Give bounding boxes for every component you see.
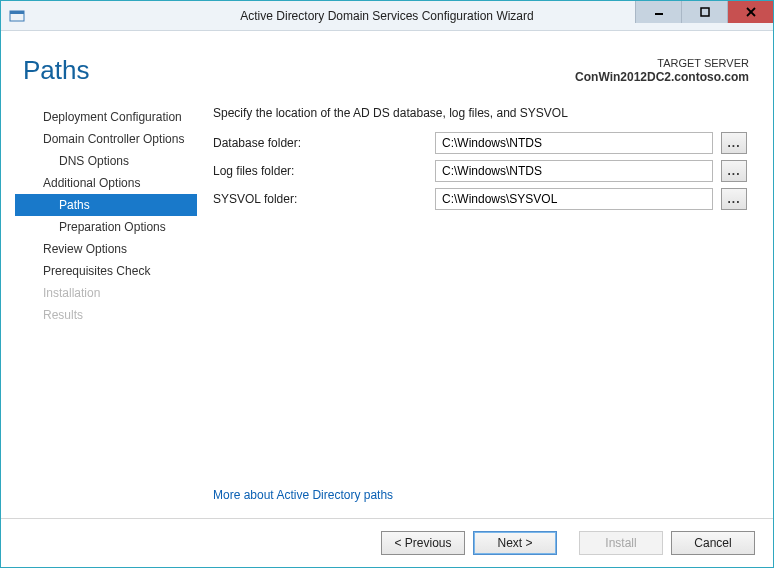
nav-installation: Installation <box>15 282 197 304</box>
app-icon <box>3 2 31 30</box>
titlebar: Active Directory Domain Services Configu… <box>1 1 773 31</box>
nav-results: Results <box>15 304 197 326</box>
maximize-button[interactable] <box>681 1 727 23</box>
sysvol-folder-label: SYSVOL folder: <box>213 192 427 206</box>
next-button[interactable]: Next > <box>473 531 557 555</box>
nav-paths[interactable]: Paths <box>15 194 197 216</box>
sysvol-folder-input[interactable] <box>435 188 713 210</box>
wizard-nav: Deployment Configuration Domain Controll… <box>9 106 197 518</box>
database-folder-row: Database folder: ... <box>213 132 747 154</box>
more-about-paths-link[interactable]: More about Active Directory paths <box>213 488 393 502</box>
nav-domain-controller-options[interactable]: Domain Controller Options <box>15 128 197 150</box>
nav-deployment-configuration[interactable]: Deployment Configuration <box>15 106 197 128</box>
svg-rect-3 <box>701 8 709 16</box>
logfiles-folder-row: Log files folder: ... <box>213 160 747 182</box>
database-folder-input[interactable] <box>435 132 713 154</box>
nav-prerequisites-check[interactable]: Prerequisites Check <box>15 260 197 282</box>
instruction-text: Specify the location of the AD DS databa… <box>213 106 747 120</box>
database-folder-label: Database folder: <box>213 136 427 150</box>
install-button: Install <box>579 531 663 555</box>
sysvol-folder-row: SYSVOL folder: ... <box>213 188 747 210</box>
logfiles-folder-input[interactable] <box>435 160 713 182</box>
target-server-label: TARGET SERVER <box>575 56 749 70</box>
wizard-footer: < Previous Next > Install Cancel <box>1 518 773 567</box>
nav-review-options[interactable]: Review Options <box>15 238 197 260</box>
minimize-button[interactable] <box>635 1 681 23</box>
logfiles-folder-label: Log files folder: <box>213 164 427 178</box>
logfiles-folder-browse-button[interactable]: ... <box>721 160 747 182</box>
target-server-block: TARGET SERVER ConWin2012DC2.contoso.com <box>575 56 749 86</box>
page-heading: Paths <box>23 55 90 86</box>
nav-additional-options[interactable]: Additional Options <box>15 172 197 194</box>
nav-preparation-options[interactable]: Preparation Options <box>15 216 197 238</box>
target-server-host: ConWin2012DC2.contoso.com <box>575 70 749 86</box>
previous-button[interactable]: < Previous <box>381 531 465 555</box>
close-button[interactable] <box>727 1 773 23</box>
svg-rect-1 <box>10 11 24 14</box>
nav-dns-options[interactable]: DNS Options <box>15 150 197 172</box>
window-controls <box>635 1 773 30</box>
sysvol-folder-browse-button[interactable]: ... <box>721 188 747 210</box>
cancel-button[interactable]: Cancel <box>671 531 755 555</box>
database-folder-browse-button[interactable]: ... <box>721 132 747 154</box>
